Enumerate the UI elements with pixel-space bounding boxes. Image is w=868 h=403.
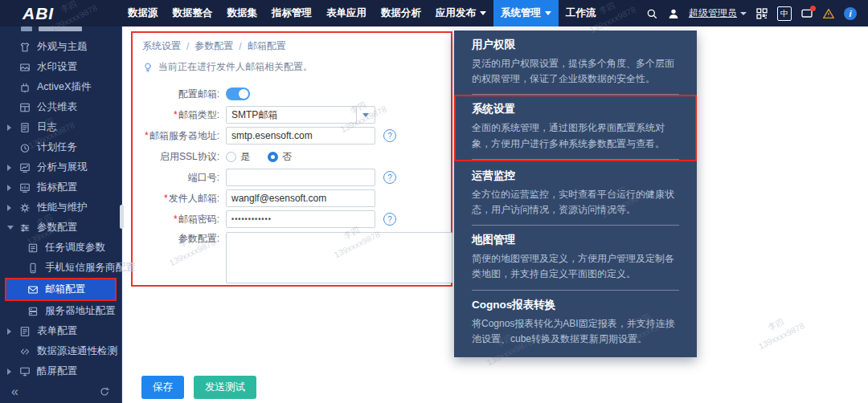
nav-item-label: 数据源	[128, 6, 158, 20]
nav-right-tools: 超级管理员 中 i	[645, 6, 868, 21]
sidebar-item[interactable]: 手机短信服务商配置	[0, 258, 121, 278]
sidebar-item[interactable]: 指标配置	[0, 177, 121, 197]
nav-item[interactable]: 表单应用	[319, 0, 374, 26]
search-icon[interactable]	[645, 7, 658, 20]
server-icon	[27, 306, 39, 317]
save-button[interactable]: 保存	[141, 376, 184, 399]
sidebar-resize-handle[interactable]	[120, 205, 124, 229]
dropdown-section[interactable]: 地图管理简便的地图管理及定义，方便用户管理及定制各类地图，并支持自定义平面图的定…	[454, 226, 697, 290]
form-row: 配置邮箱:	[142, 85, 441, 103]
dropdown-section-title: 运营监控	[472, 169, 679, 183]
user-avatar-icon[interactable]	[667, 7, 680, 20]
breadcrumb-item[interactable]: 系统设置	[142, 39, 181, 53]
enable-mail-toggle[interactable]	[226, 88, 250, 100]
messages-icon[interactable]	[800, 7, 813, 20]
sidebar-item-partial[interactable]	[0, 26, 121, 37]
dropdown-section[interactable]: 运营监控全方位的运营监控，实时查看平台运行的健康状态，用户访问情况，资源访问情况…	[454, 161, 697, 226]
field-label: *邮箱类型:	[142, 108, 219, 122]
sidebar-item[interactable]: 邮箱配置	[6, 279, 115, 299]
link-icon	[19, 346, 31, 357]
nav-item[interactable]: 数据分析	[374, 0, 428, 26]
sidebar-item[interactable]: ActiveX插件	[0, 77, 121, 97]
params-textarea[interactable]	[226, 232, 452, 283]
field-label: *邮箱密码:	[142, 213, 219, 226]
chevron-down-icon	[740, 12, 747, 15]
sidebar-item-label: 公共维表	[37, 100, 77, 114]
select-caret-icon	[356, 107, 375, 123]
info-icon[interactable]: i	[844, 7, 857, 20]
sidebar-item[interactable]: 性能与维护	[0, 197, 121, 218]
breadcrumb-item[interactable]: 参数配置	[194, 39, 233, 53]
help-icon[interactable]	[383, 129, 396, 142]
nav-item[interactable]: 工作流	[559, 0, 604, 26]
nav-item[interactable]: 指标管理	[264, 0, 319, 26]
nav-item[interactable]: 数据整合	[166, 0, 220, 26]
nav-item-label: 应用发布	[436, 6, 476, 20]
dropdown-section-title: Cognos报表转换	[472, 298, 679, 312]
nav-item[interactable]: 系统管理	[493, 0, 559, 26]
dropdown-section[interactable]: 系统设置全面的系统管理，通过图形化界面配置系统对象，方便用户进行多种系统参数配置…	[454, 95, 697, 161]
sidebar-item[interactable]: 公共维表	[0, 97, 121, 117]
mail-password-input[interactable]	[226, 210, 375, 228]
sidebar: 外观与主题水印设置ActiveX插件公共维表日志计划任务分析与展现指标配置性能与…	[0, 26, 122, 403]
language-switch-icon[interactable]: 中	[777, 6, 792, 21]
hint-text: 当前正在进行发件人邮箱相关配置。	[158, 60, 313, 74]
form-row: *邮箱密码:	[142, 210, 441, 228]
dropdown-section-title: 用户权限	[472, 38, 679, 52]
chevron-right-icon	[7, 368, 11, 375]
sidebar-item[interactable]: 表单配置	[0, 321, 121, 341]
form-row: 启用SSL协议: 是 否	[142, 148, 441, 165]
qrcode-icon[interactable]	[755, 7, 768, 20]
sender-email-input[interactable]	[226, 189, 375, 207]
help-icon[interactable]	[383, 213, 396, 226]
sidebar-item[interactable]: 分析与展现	[0, 157, 121, 177]
ssl-no-radio[interactable]: 否	[268, 150, 292, 164]
sidebar-item[interactable]: 服务器地址配置	[0, 301, 121, 321]
screen-icon	[19, 366, 31, 377]
sidebar-item[interactable]: 水印设置	[0, 57, 121, 77]
sidebar-item-label: 性能与维护	[37, 201, 88, 214]
dropdown-section[interactable]: 用户权限灵活的用户权限设置，提供多个角度、多个层面的权限管理，保证了企业级数据的…	[454, 31, 697, 95]
nav-item[interactable]: 应用发布	[428, 0, 493, 26]
sidebar-item[interactable]: 酷屏配置	[0, 361, 121, 381]
nav-item-label: 数据分析	[381, 6, 421, 20]
breadcrumb: 系统设置 / 参数配置 / 邮箱配置	[142, 39, 441, 53]
sidebar-item[interactable]: 外观与主题	[0, 37, 121, 57]
help-icon[interactable]	[383, 171, 396, 184]
dropdown-section[interactable]: Cognos报表转换将Cognos报表转化为ABI固定报表，并支持连接池设置、c…	[454, 291, 697, 357]
mail-type-select[interactable]: SMTP邮箱	[226, 106, 375, 124]
notification-badge	[810, 6, 816, 11]
dropdown-section-desc: 简便的地图管理及定义，方便用户管理及定制各类地图，并支持自定义平面图的定义。	[472, 251, 679, 282]
sidebar-item-label: 邮箱配置	[45, 283, 85, 296]
radio-label: 否	[282, 150, 292, 164]
required-asterisk: *	[174, 214, 178, 225]
form-row: 参数配置:	[142, 232, 441, 283]
sidebar-item[interactable]: 参数配置	[0, 218, 121, 238]
mail-icon	[27, 284, 39, 295]
port-input[interactable]	[226, 169, 375, 186]
collapse-sidebar-icon[interactable]	[11, 385, 18, 398]
ssl-yes-radio[interactable]: 是	[226, 150, 250, 164]
server-address-input[interactable]	[226, 127, 375, 145]
sidebar-item[interactable]: 任务调度参数	[0, 238, 121, 258]
current-user-name: 超级管理员	[689, 6, 737, 20]
clock-icon	[19, 142, 31, 153]
breadcrumb-item[interactable]: 邮箱配置	[248, 39, 286, 53]
current-user[interactable]: 超级管理员	[689, 6, 747, 20]
sidebar-item-label: 分析与展现	[37, 161, 88, 174]
sidebar-item[interactable]: 计划任务	[0, 137, 121, 157]
sidebar-item-label: 数据源连通性检测	[37, 344, 117, 358]
sidebar-item[interactable]: 日志	[0, 117, 121, 137]
send-test-button[interactable]: 发送测试	[194, 376, 256, 399]
required-asterisk: *	[164, 193, 168, 204]
watermark-icon	[19, 62, 31, 73]
refresh-icon[interactable]	[99, 386, 110, 397]
sidebar-item-label: 外观与主题	[37, 40, 88, 54]
chevron-down-icon	[545, 11, 551, 15]
nav-item[interactable]: 数据源	[121, 0, 166, 26]
sidebar-item-label: 酷屏配置	[37, 364, 77, 378]
warning-icon[interactable]	[822, 7, 835, 20]
nav-item[interactable]: 数据集	[220, 0, 265, 26]
sidebar-item[interactable]: 数据源连通性检测	[0, 341, 121, 361]
chart-icon	[19, 162, 31, 173]
